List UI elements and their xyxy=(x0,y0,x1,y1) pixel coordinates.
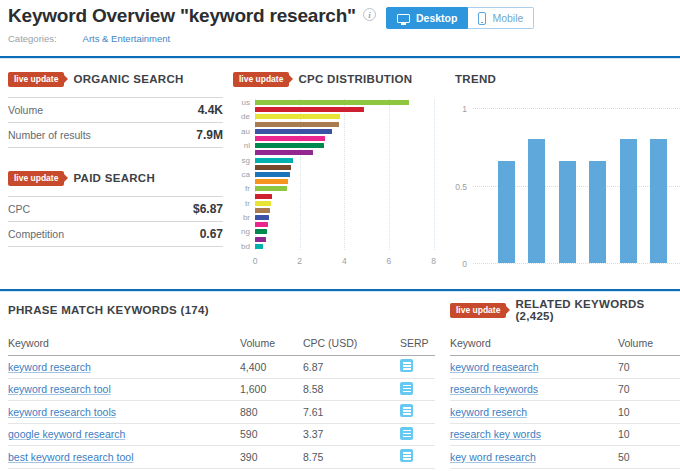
cpc-bar xyxy=(255,136,325,141)
cpc-x-tick-label: 2 xyxy=(297,256,302,266)
top-divider xyxy=(0,56,680,59)
cpc-bar-track xyxy=(255,122,447,127)
cpc-bar xyxy=(255,208,270,213)
category-link[interactable]: Arts & Entertainment xyxy=(83,33,171,44)
serp-icon[interactable] xyxy=(400,449,413,462)
paid-stat-row: CPC$6.87 xyxy=(8,197,223,222)
trend-title: TREND xyxy=(455,73,496,85)
cpc-cell: 3.37 xyxy=(303,428,400,440)
organic-paid-panel: live update ORGANIC SEARCH Volume4.4KNum… xyxy=(8,72,223,247)
keyword-cell: keyword research tools xyxy=(8,406,240,418)
serp-icon[interactable] xyxy=(400,359,413,372)
cpc-bar-track xyxy=(255,165,447,170)
phone-icon xyxy=(478,12,486,25)
cpc-cell: 7.61 xyxy=(303,406,400,418)
cpc-bar-row: de xyxy=(233,113,447,120)
cpc-x-tick-label: 8 xyxy=(431,256,436,266)
cpc-bar-row xyxy=(233,221,447,228)
stat-value: $6.87 xyxy=(193,202,223,216)
column-header-serp: SERP xyxy=(400,337,435,349)
cpc-bar-row xyxy=(233,207,447,214)
table-row: keyword research tool1,6008.58 xyxy=(8,379,435,402)
keyword-cell: keyword research tool xyxy=(8,383,240,395)
related-keywords-header-row: Keyword Volume xyxy=(450,330,680,356)
trend-bar xyxy=(559,161,576,263)
stat-label: Volume xyxy=(8,104,43,116)
cpc-bar-row: us xyxy=(233,99,447,106)
cpc-country-label: ca xyxy=(233,170,255,179)
cpc-bar-row xyxy=(233,178,447,185)
cpc-bar-track xyxy=(255,158,447,163)
cpc-bar-row: tr xyxy=(233,200,447,207)
mobile-button[interactable]: Mobile xyxy=(468,7,534,29)
volume-cell: 10 xyxy=(618,428,680,440)
cpc-bar-track xyxy=(255,143,447,148)
cpc-bar xyxy=(255,165,291,170)
cpc-bar-track xyxy=(255,150,447,155)
keyword-link[interactable]: keyword research xyxy=(8,361,91,373)
cpc-bar xyxy=(255,150,313,155)
trend-gridline: 0 xyxy=(473,263,680,264)
trend-y-tick-label: 1 xyxy=(462,104,467,114)
monitor-icon xyxy=(397,14,410,23)
live-update-badge: live update xyxy=(450,303,506,318)
serp-icon[interactable] xyxy=(400,427,413,440)
cpc-bar-row: nl xyxy=(233,142,447,149)
cpc-bar xyxy=(255,229,267,234)
cpc-x-tick-label: 6 xyxy=(387,256,392,266)
cpc-bar-row: ca xyxy=(233,171,447,178)
stat-value: 4.4K xyxy=(198,103,223,117)
cpc-bar xyxy=(255,129,332,134)
cpc-bar-track xyxy=(255,179,447,184)
serp-icon[interactable] xyxy=(400,404,413,417)
cpc-bar xyxy=(255,143,324,148)
stat-label: Competition xyxy=(8,228,64,240)
volume-cell: 10 xyxy=(618,406,680,418)
serp-icon[interactable] xyxy=(400,382,413,395)
volume-cell: 4,400 xyxy=(240,361,303,373)
info-icon[interactable]: i xyxy=(363,8,376,21)
cpc-distribution-chart: usdeaunlsgcafrtrbrngbd 02468 xyxy=(233,99,447,272)
column-header-cpc: CPC (USD) xyxy=(303,337,400,349)
keyword-cell: keyword reserch xyxy=(450,406,618,418)
cpc-bar-row xyxy=(233,106,447,113)
cpc-bar-row xyxy=(233,164,447,171)
keyword-link[interactable]: keyword reserch xyxy=(450,406,527,418)
keyword-link[interactable]: keyword research tools xyxy=(8,406,116,418)
keyword-link[interactable]: keyword research tool xyxy=(8,383,111,395)
trend-heading: TREND xyxy=(455,72,680,86)
cpc-bar xyxy=(255,237,266,242)
keyword-link[interactable]: research keywords xyxy=(450,383,538,395)
table-row: keyword reserch10 xyxy=(450,401,680,424)
table-row: research key words10 xyxy=(450,424,680,447)
keyword-link[interactable]: key word research xyxy=(450,451,536,463)
keyword-link[interactable]: research key words xyxy=(450,428,541,440)
keyword-cell: google keyword research xyxy=(8,428,240,440)
cpc-country-label: de xyxy=(233,112,255,121)
desktop-button[interactable]: Desktop xyxy=(386,7,468,29)
cpc-bar xyxy=(255,100,409,105)
paid-search-title: PAID SEARCH xyxy=(73,172,155,184)
cpc-x-axis: 02468 xyxy=(255,256,447,272)
keyword-link[interactable]: keyword reasearch xyxy=(450,361,539,373)
keyword-link[interactable]: best keyword research tool xyxy=(8,451,133,463)
related-keywords-table: Keyword Volume keyword reasearch70resear… xyxy=(450,330,680,469)
cpc-cell: 6.87 xyxy=(303,361,400,373)
keyword-cell: keyword research xyxy=(8,361,240,373)
live-update-badge: live update xyxy=(8,72,64,87)
column-header-volume: Volume xyxy=(240,337,303,349)
categories-row: Categories:Arts & Entertainment xyxy=(8,33,170,44)
cpc-bar-track xyxy=(255,215,447,220)
cpc-bar-row: sg xyxy=(233,157,447,164)
related-keywords-title: RELATED KEYWORDS (2,425) xyxy=(515,298,680,322)
volume-cell: 50 xyxy=(618,451,680,463)
cpc-x-tick-label: 0 xyxy=(253,256,258,266)
mobile-button-label: Mobile xyxy=(492,12,523,24)
column-header-keyword: Keyword xyxy=(8,337,240,349)
keyword-link[interactable]: google keyword research xyxy=(8,428,125,440)
stat-label: Number of results xyxy=(8,129,91,141)
phrase-match-table: Keyword Volume CPC (USD) SERP keyword re… xyxy=(8,330,435,469)
cpc-bar xyxy=(255,114,340,119)
cpc-bar xyxy=(255,107,364,112)
cpc-bar-row xyxy=(233,192,447,199)
